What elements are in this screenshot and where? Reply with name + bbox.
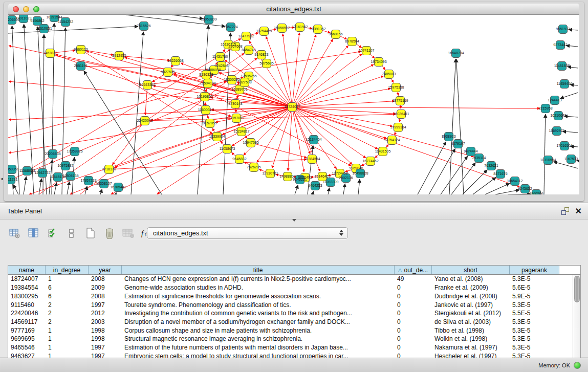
table-cell-in_degree[interactable]: 1	[46, 275, 89, 282]
memory-ok-indicator-icon[interactable]	[574, 362, 581, 369]
table-cell-name[interactable]: 9115460	[8, 301, 46, 309]
network-window-titlebar[interactable]: citations_edges.txt	[8, 4, 579, 15]
graph-edge[interactable]	[282, 34, 292, 107]
table-cell-title[interactable]: Structural magnetic resonance image aver…	[122, 335, 395, 342]
row-options-icon[interactable]	[65, 227, 78, 240]
import-table-icon[interactable]	[122, 227, 135, 240]
table-cell-out_de[interactable]: 0	[395, 284, 432, 291]
table-cell-out_de[interactable]: 0	[395, 344, 432, 351]
column-header-out_de[interactable]: △out_de...	[395, 266, 432, 274]
graph-edge[interactable]	[295, 185, 298, 194]
graph-edge[interactable]	[485, 183, 510, 194]
column-header-name[interactable]: name	[8, 266, 46, 274]
table-cell-name[interactable]: 18300295	[8, 293, 46, 300]
table-cell-pagerank[interactable]: 5.3E-5	[510, 327, 559, 334]
table-cell-short[interactable]: Tibbo et al. (1998)	[432, 327, 510, 334]
graph-edge[interactable]	[343, 184, 345, 194]
table-cell-title[interactable]: Disruption of a novel member of a sodium…	[122, 318, 395, 325]
zoom-window-icon[interactable]	[33, 6, 39, 12]
table-cell-out_de[interactable]: 0	[395, 327, 432, 334]
graph-edge[interactable]	[272, 107, 292, 168]
table-cell-in_degree[interactable]: 1	[46, 335, 89, 342]
close-panel-icon[interactable]: ✕	[575, 208, 582, 215]
table-cell-name[interactable]: 9699695	[8, 335, 46, 342]
table-cell-out_de[interactable]: 0	[395, 318, 432, 325]
table-cell-short[interactable]: Yano et al. (2008)	[432, 275, 510, 282]
delete-icon[interactable]	[103, 227, 116, 240]
column-header-in_degree[interactable]: in_degree	[46, 266, 89, 274]
table-cell-in_degree[interactable]: 2	[46, 301, 89, 309]
table-cell-year[interactable]: 1997	[89, 344, 122, 351]
table-cell-short[interactable]: Stergiakouli et al. (2012)	[432, 310, 510, 317]
table-cell-name[interactable]: 19384554	[8, 284, 46, 291]
table-cell-year[interactable]: 2009	[89, 284, 122, 291]
table-cell-year[interactable]: 1998	[89, 335, 122, 342]
table-cell-pagerank[interactable]: 5.9E-5	[510, 293, 559, 300]
table-cell-name[interactable]: 9465546	[8, 344, 46, 351]
graph-edge[interactable]	[292, 39, 333, 107]
graph-edge[interactable]	[168, 72, 351, 166]
table-row[interactable]: 1456911722003Disruption of a novel membe…	[8, 318, 573, 326]
table-row[interactable]: 946554611997Estimation of the future num…	[8, 343, 573, 352]
graph-edge[interactable]	[473, 178, 496, 194]
graph-edge[interactable]	[456, 59, 464, 194]
table-cell-pagerank[interactable]: 5.5E-5	[510, 310, 559, 317]
new-file-icon[interactable]	[84, 227, 97, 240]
graph-edge[interactable]	[566, 46, 578, 47]
graph-edge[interactable]	[418, 142, 446, 194]
show-columns-icon[interactable]	[27, 227, 40, 240]
table-row[interactable]: 911546021997Tourette syndrome. Phenomeno…	[8, 300, 573, 309]
graph-edge[interactable]	[292, 54, 362, 107]
table-cell-year[interactable]: 2003	[89, 318, 122, 325]
network-canvas[interactable]: 1872400716116115124779321125441915056512…	[8, 15, 579, 194]
graph-edge[interactable]	[288, 107, 292, 171]
table-cell-in_degree[interactable]: 2	[46, 318, 89, 325]
splitter-handle[interactable]	[292, 219, 296, 222]
table-cell-title[interactable]: Tourette syndrome. Phenomenology and cla…	[122, 301, 395, 309]
table-cell-year[interactable]: 1998	[89, 327, 122, 334]
graph-edge[interactable]	[113, 121, 145, 165]
table-cell-in_degree[interactable]: 6	[46, 284, 89, 291]
column-header-year[interactable]: year	[89, 266, 122, 274]
minimize-window-icon[interactable]	[23, 6, 29, 12]
graph-edge[interactable]	[292, 64, 374, 107]
graph-edge[interactable]	[13, 185, 18, 194]
table-row[interactable]: 1872400712008Changes of HCN gene express…	[8, 275, 573, 283]
table-options-icon[interactable]	[8, 227, 21, 240]
table-cell-pagerank[interactable]: 5.3E-5	[510, 318, 559, 325]
graph-edge[interactable]	[560, 93, 578, 99]
table-cell-title[interactable]: Investigating the contribution of common…	[122, 310, 395, 317]
graph-edge[interactable]	[100, 189, 102, 194]
table-cell-in_degree[interactable]: 2	[46, 310, 89, 317]
table-cell-pagerank[interactable]: 5.3E-5	[510, 335, 559, 342]
table-cell-pagerank[interactable]: 5.3E-5	[510, 275, 559, 282]
graph-edge[interactable]	[508, 194, 531, 194]
collapse-panel-arrow-icon[interactable]: ◂	[1, 176, 3, 181]
table-cell-title[interactable]: Estimation of the future numbers of pati…	[122, 344, 395, 351]
graph-edge[interactable]	[358, 179, 360, 194]
table-cell-short[interactable]: Jankovic et al. (1997)	[432, 301, 510, 309]
table-cell-title[interactable]: Corpus callosum shape and size in male p…	[122, 327, 395, 334]
graph-edge[interactable]	[147, 52, 361, 85]
vertical-scrollbar[interactable]	[573, 275, 580, 360]
table-cell-pagerank[interactable]: 5.3E-5	[510, 301, 559, 309]
graph-edge[interactable]	[251, 143, 307, 158]
graph-edge[interactable]	[24, 177, 26, 194]
table-cell-name[interactable]: 18724007	[8, 275, 46, 282]
scrollbar-thumb[interactable]	[574, 276, 580, 302]
network-window[interactable]: citations_edges.txt 18724007161161151247…	[4, 2, 584, 201]
table-cell-title[interactable]: Changes of HCN gene expression and I(f) …	[122, 275, 395, 282]
column-header-short[interactable]: short	[432, 266, 510, 274]
table-row[interactable]: 977716911998Corpus callosum shape and si…	[8, 326, 573, 335]
graph-edge[interactable]	[313, 191, 314, 194]
table-cell-out_de[interactable]: 0	[395, 310, 432, 317]
graph-edge[interactable]	[429, 149, 455, 194]
graph-edge[interactable]	[39, 179, 41, 194]
graph-edge[interactable]	[292, 107, 310, 154]
table-cell-short[interactable]: de Silva et al. (2003)	[432, 318, 510, 325]
table-row[interactable]: 1938455462009Genome-wide association stu…	[8, 283, 573, 292]
table-cell-year[interactable]: 2008	[89, 293, 122, 300]
graph-edge[interactable]	[495, 190, 519, 194]
table-cell-out_de[interactable]: 0	[395, 293, 432, 300]
graph-edge[interactable]	[463, 170, 487, 194]
